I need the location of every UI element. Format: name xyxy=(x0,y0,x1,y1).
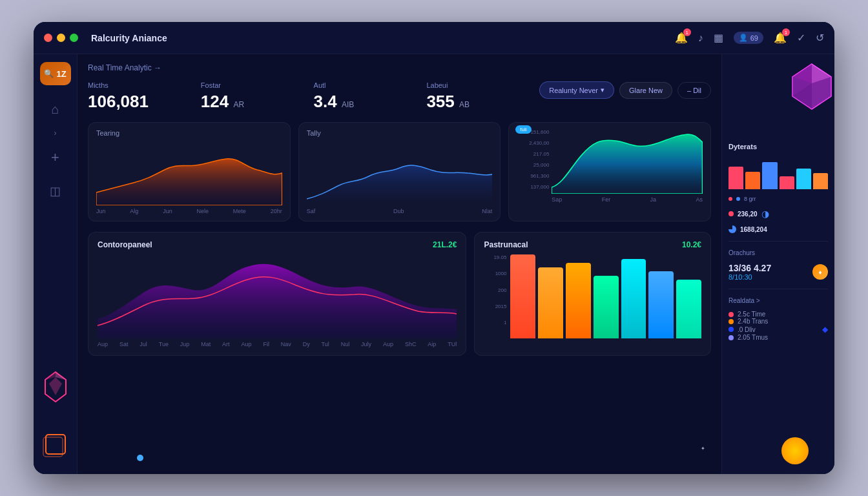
chart-pastrunacal-title: Pastrunacal xyxy=(484,240,528,249)
chart-contoropaneel-value: 21L.2€ xyxy=(433,240,457,249)
chart-tally-area xyxy=(307,141,493,205)
filter-row: Realunty Never ▾ Glare New – Dil xyxy=(539,81,711,99)
chart-pastrunacal-value: 10.2€ xyxy=(682,240,701,249)
metric-donut xyxy=(728,225,736,233)
stat-labeui: Labeui 355 AB xyxy=(426,81,524,112)
stat-autl-label: Autl xyxy=(314,81,411,89)
metric-value-2: 1688,204 xyxy=(740,226,767,233)
title-bar: Ralcurity Aniance 🔔1 ♪ ▦ 👤 69 🔔1 ✓ ↺ xyxy=(34,22,834,54)
metric-value-1: 236,20 xyxy=(738,211,758,218)
chart-contoropaneel: Contoropaneel 21L.2€ xyxy=(88,232,466,356)
chart-tally: Tally xyxy=(298,122,501,222)
dil-btn[interactable]: – Dil xyxy=(677,82,711,99)
chevron-down-icon: ▾ xyxy=(601,86,604,94)
bell-badge: 1 xyxy=(683,28,691,36)
right-panel: Dyterats 8 grr 236,20 ◑ xyxy=(721,54,834,474)
charts-top-row: Tearing Jun xyxy=(88,122,711,222)
sidebar-search[interactable]: 🔍 1Z xyxy=(40,62,71,85)
chart-tearing: Tearing Jun xyxy=(88,122,291,222)
stats-row: Micths 106,081 Fostar 124 AR Autl 3.4 xyxy=(88,81,711,112)
chart-tearing-title: Tearing xyxy=(96,129,282,137)
chart-tally-title: Tally xyxy=(307,129,493,137)
metric-dot-1 xyxy=(728,211,734,216)
chart-contoropaneel-title: Contoropaneel xyxy=(98,240,152,249)
mini-bar-5 xyxy=(796,169,811,190)
mini-bar-chart xyxy=(728,157,828,189)
blue-dot xyxy=(137,455,143,461)
stat-micths-label: Micths xyxy=(88,81,185,89)
user-count: 69 xyxy=(750,34,758,42)
panel-title: Dyterats xyxy=(728,143,828,150)
box-shape xyxy=(42,431,69,458)
notification-icon[interactable]: 🔔1 xyxy=(774,32,787,44)
orachurs-row: 13/36 4.27 8/10:30 ♦ xyxy=(728,263,828,281)
realdata-link[interactable]: Realdata > xyxy=(728,297,828,304)
app-window: Ralcurity Aniance 🔔1 ♪ ▦ 👤 69 🔔1 ✓ ↺ 🔍 1… xyxy=(34,22,834,474)
close-dot[interactable] xyxy=(44,34,52,42)
chart-contoropaneel-header: Contoropaneel 21L.2€ xyxy=(98,240,457,249)
diamond-icon: ◆ xyxy=(822,325,828,334)
bar-6 xyxy=(648,271,674,338)
bar-2 xyxy=(538,267,563,339)
dots-label: 8 grr xyxy=(744,196,756,202)
legend-label-3: .0 Dliv xyxy=(738,326,818,333)
mini-bar-2 xyxy=(745,172,760,190)
header-icons: 🔔1 ♪ ▦ 👤 69 🔔1 ✓ ↺ xyxy=(675,32,824,44)
legend-dot-dliv xyxy=(728,327,734,332)
chart-tally-xlabels: Saf Dub Nlat xyxy=(307,208,493,214)
stat-fostar: Fostar 124 AR xyxy=(201,81,298,112)
mini-bar-4 xyxy=(780,176,794,189)
chart-tag: fuli xyxy=(515,125,531,134)
metric-row-1: 236,20 ◑ xyxy=(728,209,828,219)
sidebar-item-home[interactable]: ⌂ xyxy=(45,96,65,123)
legend-item-2: 2.4b Trans xyxy=(728,318,828,325)
legend-dot-tmus xyxy=(728,335,734,340)
user-icon: 👤 xyxy=(739,34,748,42)
notif-badge: 1 xyxy=(782,28,790,36)
window-controls xyxy=(44,34,78,42)
legend-label-4: 2.05 Tmus xyxy=(738,334,828,341)
section2-title: Orachurs xyxy=(728,249,828,256)
svg-marker-1 xyxy=(49,377,62,395)
orange-avatar: ♦ xyxy=(812,264,828,280)
sidebar-item-box[interactable]: ◫ xyxy=(43,178,67,205)
chart-green-ylabels: 151,600 2,430,00 217.05 25,000 961,300 1… xyxy=(517,129,549,203)
stat-labeui-value: 355 AB xyxy=(426,92,524,112)
orachurs-values: 13/36 4.27 8/10:30 xyxy=(728,263,771,281)
mini-bar-3 xyxy=(762,162,777,190)
user-badge[interactable]: 👤 69 xyxy=(734,32,763,44)
chart-pastrunacal-header: Pastrunacal 10.2€ xyxy=(484,240,701,249)
legend-label-2: 2.4b Trans xyxy=(738,318,828,325)
star-decoration: ✦ xyxy=(701,446,705,451)
minimize-dot[interactable] xyxy=(57,34,65,42)
check-icon[interactable]: ✓ xyxy=(797,32,805,44)
maximize-dot[interactable] xyxy=(70,34,78,42)
bar-chart-bars xyxy=(510,254,701,338)
legend-item-4: 2.05 Tmus xyxy=(728,334,828,341)
yellow-circle xyxy=(781,437,809,464)
stat-autl: Autl 3.4 AIB xyxy=(314,81,411,112)
main-layout: 🔍 1Z ⌂ › + ◫ xyxy=(34,54,834,474)
legend-item-3: .0 Dliv ◆ xyxy=(728,325,828,334)
legend-item-1: 2.5c Time xyxy=(728,311,828,318)
stat-fostar-label: Fostar xyxy=(201,81,298,89)
sidebar-num: 1Z xyxy=(56,69,66,79)
music-icon[interactable]: ♪ xyxy=(698,32,703,44)
bell-icon[interactable]: 🔔1 xyxy=(675,32,688,44)
metric-row-2: 1688,204 xyxy=(728,225,828,233)
chart-contoropaneel-area xyxy=(98,254,457,338)
app-title: Ralcurity Aniance xyxy=(91,33,675,43)
legend-dot-time xyxy=(728,312,734,317)
refresh-icon[interactable]: ↺ xyxy=(816,32,824,44)
calendar-icon[interactable]: ▦ xyxy=(714,32,723,44)
glare-new-btn[interactable]: Glare New xyxy=(619,82,672,99)
realunty-dropdown[interactable]: Realunty Never ▾ xyxy=(539,81,614,99)
breadcrumb-text: Real Time Analytic → xyxy=(88,63,161,72)
sidebar-item-add[interactable]: + xyxy=(45,143,66,172)
chart-contoropaneel-xlabels: Aup Sat Jul Tue Jup Mat Art Aup Fil Nav … xyxy=(98,341,457,347)
stat-micths: Micths 106,081 xyxy=(88,81,185,112)
pie-icon: ◑ xyxy=(761,209,769,219)
mini-bar-6 xyxy=(813,173,828,189)
breadcrumb: Real Time Analytic → xyxy=(88,63,711,72)
bar-4 xyxy=(594,276,619,339)
